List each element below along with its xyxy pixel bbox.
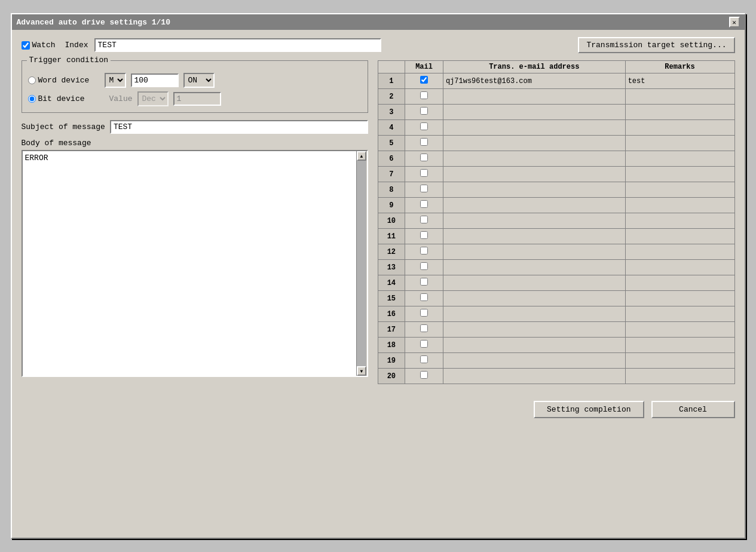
mail-checkbox[interactable]: [420, 216, 428, 223]
email-cell: [443, 275, 625, 291]
email-cell: [443, 338, 625, 353]
cancel-button[interactable]: Cancel: [651, 401, 735, 418]
watch-checkbox[interactable]: [22, 41, 30, 50]
subject-label: Subject of message: [22, 122, 105, 131]
col-header-email: Trans. e-mail address: [443, 61, 625, 73]
remarks-cell: [625, 105, 734, 120]
mail-checkbox[interactable]: [420, 340, 428, 348]
word-number-input[interactable]: [131, 73, 179, 87]
mail-checkbox[interactable]: [420, 231, 428, 239]
mail-checkbox[interactable]: [420, 91, 428, 99]
mail-checkbox[interactable]: [420, 293, 428, 301]
table-row: 5: [378, 136, 734, 151]
email-cell: [443, 260, 625, 275]
watch-label[interactable]: Watch: [32, 41, 56, 50]
email-cell: [443, 353, 625, 369]
table-row: 4: [378, 120, 734, 136]
remarks-cell: [625, 353, 734, 369]
table-row: 17: [378, 322, 734, 338]
email-cell: [443, 198, 625, 213]
row-number: 11: [378, 229, 405, 244]
table-row: 16: [378, 306, 734, 322]
mail-checkbox[interactable]: [420, 76, 428, 84]
word-device-radio[interactable]: [28, 76, 36, 84]
mail-cell: [405, 151, 443, 167]
mail-cell: [405, 244, 443, 260]
table-row: 20: [378, 369, 734, 384]
email-cell: [443, 120, 625, 136]
mail-cell: [405, 136, 443, 151]
email-cell: [443, 105, 625, 120]
mail-cell: [405, 306, 443, 322]
email-cell: [443, 229, 625, 244]
mail-checkbox[interactable]: [420, 185, 428, 192]
email-cell: [443, 89, 625, 105]
table-row: 18: [378, 338, 734, 353]
subject-input[interactable]: [110, 120, 368, 134]
bit-device-radio[interactable]: [28, 95, 36, 103]
scroll-up-arrow[interactable]: ▲: [357, 151, 366, 161]
remarks-cell: [625, 198, 734, 213]
scroll-down-arrow[interactable]: ▼: [357, 366, 366, 376]
body-textarea-wrapper: ERROR ▲ ▼: [22, 150, 368, 377]
row-number: 4: [378, 120, 405, 136]
row-number: 16: [378, 306, 405, 322]
right-panel: Mail Trans. e-mail address Remarks 1qj71…: [378, 60, 735, 384]
row-number: 9: [378, 198, 405, 213]
remarks-cell: [625, 89, 734, 105]
remarks-cell: [625, 260, 734, 275]
word-m-select[interactable]: M: [105, 73, 126, 88]
table-row: 11: [378, 229, 734, 244]
row-number: 3: [378, 105, 405, 120]
body-scrollbar[interactable]: ▲ ▼: [356, 151, 367, 376]
mail-cell: [405, 73, 443, 89]
email-cell: [443, 369, 625, 384]
mail-checkbox[interactable]: [420, 154, 428, 161]
row-number: 5: [378, 136, 405, 151]
word-device-label[interactable]: Word device: [28, 76, 100, 85]
row-number: 7: [378, 167, 405, 182]
mail-checkbox[interactable]: [420, 355, 428, 363]
remarks-cell: [625, 291, 734, 306]
window-title: Advanced auto drive settings 1/10: [17, 18, 170, 27]
table-row: 12: [378, 244, 734, 260]
body-label: Body of message: [22, 139, 368, 148]
mail-checkbox[interactable]: [420, 107, 428, 115]
close-button[interactable]: ✕: [729, 17, 740, 27]
index-input[interactable]: [94, 38, 381, 52]
mail-checkbox[interactable]: [420, 324, 428, 332]
mail-checkbox[interactable]: [420, 309, 428, 317]
setting-completion-button[interactable]: Setting completion: [534, 401, 644, 418]
scroll-track: [357, 161, 366, 366]
mail-checkbox[interactable]: [420, 138, 428, 146]
body-textarea[interactable]: ERROR: [23, 151, 356, 376]
email-cell: [443, 306, 625, 322]
row-number: 6: [378, 151, 405, 167]
bit-device-label[interactable]: Bit device: [28, 94, 100, 103]
email-cell: [443, 136, 625, 151]
mail-checkbox[interactable]: [420, 262, 428, 270]
email-cell: [443, 151, 625, 167]
left-panel: Trigger condition Word device M ON: [22, 60, 368, 384]
row-number: 14: [378, 275, 405, 291]
mail-checkbox[interactable]: [420, 278, 428, 286]
table-row: 7: [378, 167, 734, 182]
row-number: 17: [378, 322, 405, 338]
trigger-condition-group: Trigger condition Word device M ON: [22, 60, 368, 113]
bit-device-row: Bit device Value Dec: [28, 91, 362, 106]
mail-checkbox[interactable]: [420, 122, 428, 130]
word-device-row: Word device M ON OFF: [28, 73, 362, 88]
email-cell: [443, 213, 625, 229]
word-on-select[interactable]: ON OFF: [183, 73, 215, 88]
transmission-target-button[interactable]: Transmission target setting...: [578, 37, 734, 53]
value-label: Value: [109, 94, 133, 103]
dec-select[interactable]: Dec: [137, 91, 169, 106]
mail-checkbox[interactable]: [420, 247, 428, 254]
mail-cell: [405, 198, 443, 213]
num-input[interactable]: [173, 92, 221, 106]
mail-checkbox[interactable]: [420, 371, 428, 379]
mail-checkbox[interactable]: [420, 200, 428, 208]
mail-checkbox[interactable]: [420, 169, 428, 177]
row-number: 8: [378, 182, 405, 198]
mail-cell: [405, 229, 443, 244]
